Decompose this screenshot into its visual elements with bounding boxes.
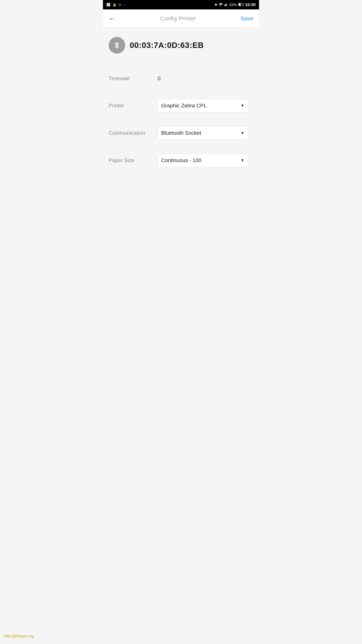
- paper-size-selected-value: Continuous - 100: [161, 157, 239, 164]
- communication-selected-value: Bluetooth Socket: [161, 130, 239, 136]
- svg-rect-0: [224, 5, 225, 6]
- save-button[interactable]: Save: [241, 15, 253, 22]
- paper-size-dropdown[interactable]: Continuous - 100 ▼: [158, 154, 248, 167]
- svg-rect-5: [243, 4, 243, 5]
- timewait-label: Timewait: [109, 76, 158, 82]
- wifi-icon: [219, 3, 223, 7]
- paper-size-row: Paper Size Continuous - 100 ▼: [109, 154, 253, 167]
- bluetooth-device-icon: [109, 37, 125, 54]
- svg-rect-6: [239, 4, 241, 6]
- paper-size-label: Paper Size: [109, 157, 158, 164]
- more-icon: ···: [123, 3, 126, 7]
- timewait-row: Timewait 0: [109, 72, 253, 85]
- communication-dropdown-wrapper: Bluetooth Socket ▼: [158, 126, 253, 140]
- paper-size-dropdown-wrapper: Continuous - 100 ▼: [158, 154, 253, 167]
- device-header: 00:03:7A:0D:63:EB: [109, 35, 253, 56]
- battery-text: 43%: [229, 3, 237, 7]
- divider-4: [103, 146, 259, 147]
- communication-dropdown[interactable]: Bluetooth Socket ▼: [158, 126, 248, 140]
- paper-size-dropdown-arrow-icon: ▼: [240, 158, 245, 163]
- timewait-value: 0: [158, 76, 253, 82]
- lock-icon: 🔒: [112, 3, 116, 7]
- svg-rect-2: [226, 4, 226, 6]
- printer-dropdown-arrow-icon: ▼: [240, 103, 245, 108]
- form-section: Timewait 0 Printer Graphic Zebra CPL ▼ C…: [109, 72, 253, 167]
- time-display: 10:30: [245, 2, 256, 7]
- device-mac-address: 00:03:7A:0D:63:EB: [130, 41, 204, 50]
- communication-label: Communication: [109, 130, 158, 136]
- printer-row: Printer Graphic Zebra CPL ▼: [109, 99, 253, 112]
- printer-label: Printer: [109, 103, 158, 109]
- signal-icon: [224, 3, 228, 7]
- bluetooth-status-icon: ✱: [215, 3, 217, 7]
- status-bar-left: 🔄 🔒 ⊙ ···: [106, 3, 126, 7]
- sync-icon: 🔄: [106, 3, 110, 7]
- content-area: 00:03:7A:0D:63:EB Timewait 0 Printer Gra…: [103, 28, 259, 180]
- divider-3: [103, 119, 259, 120]
- communication-row: Communication Bluetooth Socket ▼: [109, 126, 253, 140]
- communication-dropdown-arrow-icon: ▼: [240, 130, 245, 136]
- page-title: Config Printer: [160, 15, 196, 22]
- printer-dropdown-wrapper: Graphic Zebra CPL ▼: [158, 99, 253, 112]
- svg-rect-1: [225, 4, 226, 6]
- back-button[interactable]: ←: [109, 15, 115, 22]
- status-bar: 🔄 🔒 ⊙ ··· ✱ 43%: [103, 0, 259, 10]
- battery-icon: [238, 3, 244, 7]
- circle-icon: ⊙: [118, 3, 121, 7]
- app-bar: ← Config Printer Save: [103, 10, 259, 28]
- printer-selected-value: Graphic Zebra CPL: [161, 103, 239, 109]
- printer-dropdown[interactable]: Graphic Zebra CPL ▼: [158, 99, 248, 112]
- status-bar-right: ✱ 43% 10:30: [215, 2, 256, 7]
- svg-rect-3: [227, 3, 227, 6]
